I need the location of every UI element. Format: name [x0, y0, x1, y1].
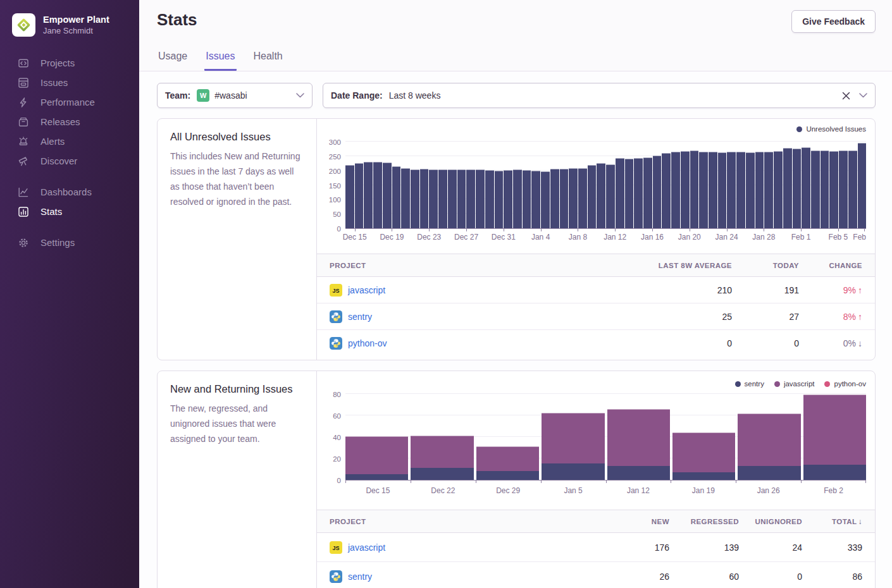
project-cell: sentry — [330, 570, 612, 583]
axis-tick — [606, 480, 607, 483]
unresolved-bar — [466, 169, 475, 228]
unresolved-bar — [653, 156, 662, 228]
project-link[interactable]: sentry — [348, 572, 372, 582]
project-link[interactable]: sentry — [348, 312, 372, 322]
unresolved-bar — [523, 170, 531, 228]
discover-icon — [18, 156, 29, 167]
panel-title: New and Returning Issues — [170, 383, 304, 395]
sidebar-item-settings[interactable]: Settings — [0, 233, 139, 252]
table-row: JSjavascript17613924339 — [317, 533, 875, 562]
unresolved-bar — [634, 158, 643, 228]
sidebar-item-alerts[interactable]: Alerts — [0, 132, 139, 151]
x-tick-label: Jan 16 — [641, 233, 664, 242]
sidebar-item-label: Issues — [40, 77, 68, 88]
filter-row: Team: W #wasabi Date Range: Last 8 weeks — [157, 83, 876, 108]
arrow-up-icon: ↑ — [858, 285, 862, 295]
legend-item-python-ov[interactable]: python-ov — [824, 380, 866, 388]
sidebar-item-issues[interactable]: Issues — [0, 73, 139, 92]
value-cell: 0 — [794, 338, 799, 348]
table-header-row: PROJECTLAST 8W AVERAGETODAYCHANGE — [317, 254, 875, 277]
give-feedback-button[interactable]: Give Feedback — [791, 10, 876, 33]
bar-segment-sentry — [672, 472, 735, 480]
python-platform-icon — [330, 337, 342, 350]
unresolved-bar — [569, 168, 578, 228]
unresolved-bar — [681, 151, 690, 228]
project-link[interactable]: javascript — [348, 285, 385, 295]
y-tick-label: 60 — [317, 412, 341, 420]
chart-legend: sentryjavascriptpython-ov — [735, 380, 866, 388]
column-header-total[interactable]: TOTAL↓ — [832, 517, 862, 526]
sidebar-item-dashboards[interactable]: Dashboards — [0, 182, 139, 202]
page-header: Stats Give Feedback UsageIssuesHealth — [139, 0, 892, 71]
issues-icon — [18, 77, 29, 89]
axis-tick — [411, 480, 411, 483]
project-cell: JSjavascript — [330, 284, 612, 297]
tab-health[interactable]: Health — [252, 51, 284, 71]
tab-issues[interactable]: Issues — [204, 51, 236, 71]
y-tick-label: 250 — [317, 153, 341, 161]
sidebar-item-label: Releases — [40, 116, 80, 127]
x-tick-label: Jan 28 — [752, 233, 775, 242]
unresolved-bar — [438, 169, 447, 228]
unresolved-bar — [709, 152, 717, 228]
bar-segment-sentry — [411, 468, 473, 480]
org-switcher[interactable]: Empower Plant Jane Schmidt — [0, 0, 139, 37]
x-tick-label: Dec 19 — [380, 233, 404, 242]
org-name: Empower Plant — [43, 14, 109, 25]
unresolved-bar — [401, 168, 410, 228]
unresolved-bar — [597, 163, 605, 228]
unresolved-bar — [858, 143, 867, 228]
team-avatar: W — [197, 89, 209, 102]
y-tick-label: 300 — [317, 138, 341, 146]
arrow-up-icon: ↑ — [858, 312, 862, 322]
value-cell: 86 — [852, 572, 862, 582]
chevron-down-icon[interactable] — [859, 93, 867, 98]
legend-item-javascript[interactable]: javascript — [774, 380, 815, 388]
legend-item-sentry[interactable]: sentry — [735, 380, 764, 388]
legend-label: sentry — [745, 380, 764, 388]
axis-tick — [727, 228, 728, 231]
chevron-down-icon[interactable] — [296, 93, 304, 98]
unresolved-bar — [839, 150, 848, 228]
unresolved-bar — [671, 152, 680, 228]
sidebar-item-projects[interactable]: Projects — [0, 53, 139, 73]
unresolved-bar — [662, 153, 671, 228]
x-tick-label: Dec 22 — [431, 486, 455, 495]
date-range-select[interactable]: Date Range: Last 8 weeks — [323, 83, 876, 108]
unresolved-bar — [821, 150, 829, 228]
new-returning-issues-panel: New and Returning Issues The new, regres… — [157, 371, 876, 588]
project-link[interactable]: python-ov — [348, 338, 387, 348]
clear-date-icon[interactable] — [842, 92, 850, 100]
axis-tick — [838, 228, 839, 231]
legend-item-unresolved-issues[interactable]: Unresolved Issues — [796, 125, 866, 133]
team-select[interactable]: Team: W #wasabi — [157, 83, 313, 108]
legend-dot-icon — [824, 381, 830, 387]
legend-label: Unresolved Issues — [806, 125, 866, 133]
y-tick-label: 80 — [317, 391, 341, 398]
bar-segment-sentry — [803, 465, 866, 480]
releases-icon — [18, 116, 29, 128]
panel-chart-column: sentryjavascriptpython-ov 020406080 Dec … — [317, 371, 875, 588]
stacked-bar — [803, 395, 866, 480]
tab-usage[interactable]: Usage — [157, 51, 189, 71]
bar-segment-sentry — [345, 474, 408, 480]
stacked-bar — [607, 409, 670, 480]
axis-tick — [392, 228, 392, 231]
unresolved-bar — [457, 169, 466, 228]
sidebar-item-releases[interactable]: Releases — [0, 112, 139, 132]
project-link[interactable]: javascript — [348, 542, 385, 553]
sidebar-item-performance[interactable]: Performance — [0, 92, 139, 112]
change-value: 8% — [843, 312, 856, 322]
sidebar-item-stats[interactable]: Stats — [0, 202, 139, 221]
change-cell: 9%↑ — [843, 285, 862, 295]
unresolved-bar — [625, 159, 634, 228]
table-row: python-ov000%↓ — [317, 330, 875, 357]
svg-text:JS: JS — [332, 545, 339, 551]
value-cell: 339 — [848, 542, 862, 553]
unresolved-bar — [392, 166, 401, 228]
sidebar-item-label: Settings — [40, 237, 75, 248]
sidebar-item-discover[interactable]: Discover — [0, 151, 139, 171]
sidebar-item-label: Discover — [40, 156, 77, 166]
unresolved-bar — [504, 170, 512, 228]
dashboards-icon — [18, 187, 29, 198]
